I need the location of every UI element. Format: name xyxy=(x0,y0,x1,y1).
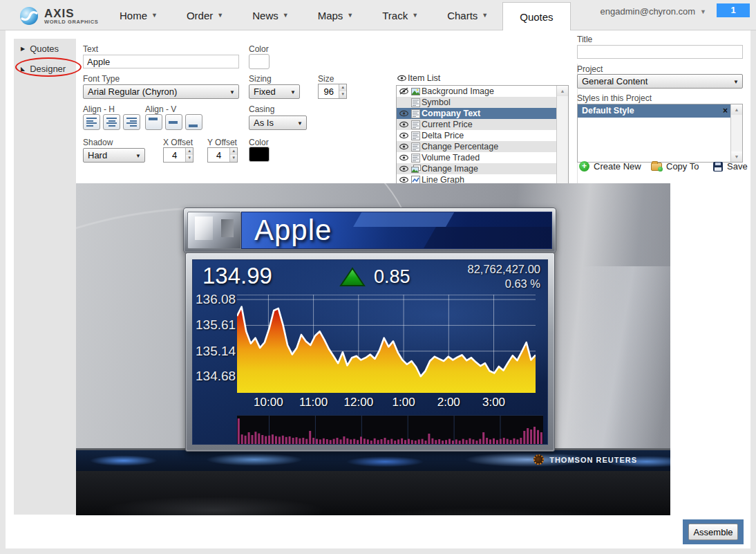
nav-item-news[interactable]: News▼ xyxy=(238,0,303,30)
notification-badge[interactable]: 1 xyxy=(717,3,750,17)
casing-select[interactable]: As Is ▼ xyxy=(249,116,307,130)
nav-item-track[interactable]: Track▼ xyxy=(368,0,433,30)
user-menu[interactable]: engadmin@chyron.com ▼ xyxy=(601,6,706,17)
tab-quotes[interactable]: Quotes xyxy=(502,2,570,30)
item-list-title: Item List xyxy=(408,73,440,83)
text-color-swatch[interactable] xyxy=(249,54,270,69)
item-row-symbol[interactable]: Symbol xyxy=(397,97,556,108)
y-offset-input[interactable] xyxy=(208,148,229,162)
delta-price: 0.85 xyxy=(374,266,410,288)
scroll-up-icon[interactable]: ▲ xyxy=(731,104,742,115)
nav-item-home[interactable]: Home▼ xyxy=(105,0,172,30)
text-item-icon xyxy=(411,109,420,118)
picture-icon xyxy=(411,87,420,96)
sidebar-item-designer[interactable]: ◣ Designer xyxy=(14,59,76,79)
logo-text-axis: AXIS xyxy=(44,8,98,19)
align-right-button[interactable] xyxy=(123,114,140,130)
eye-icon[interactable] xyxy=(399,165,408,172)
title-input[interactable] xyxy=(577,45,743,59)
sizing-select[interactable]: Fixed ▼ xyxy=(249,84,300,99)
eye-icon[interactable] xyxy=(399,110,408,117)
item-row-change-image[interactable]: Change Image xyxy=(397,163,556,174)
item-row-background-image[interactable]: Background Image xyxy=(397,86,556,97)
glass-cube-icon xyxy=(187,212,241,249)
x-offset-input[interactable] xyxy=(164,148,185,162)
item-row-delta-price[interactable]: Delta Price xyxy=(397,130,556,141)
shadow-select[interactable]: Hard ▼ xyxy=(83,148,145,163)
shadow-value: Hard xyxy=(88,150,107,160)
align-v-label: Align - V xyxy=(145,104,176,114)
quote-panel-frame: 134.99 0.85 82,762,427.00 0.63 % xyxy=(185,252,555,452)
item-row-volume-traded[interactable]: Volume Traded xyxy=(397,152,556,163)
eye-icon[interactable] xyxy=(397,75,406,82)
x-tick-label: 10:00 xyxy=(254,396,283,409)
sizing-value: Fixed xyxy=(254,86,276,97)
align-top-button[interactable] xyxy=(145,114,162,130)
item-row-change-percentage[interactable]: Change Percentage xyxy=(397,141,556,152)
align-bottom-button[interactable] xyxy=(185,114,202,130)
save-button[interactable]: Save xyxy=(713,161,748,172)
eye-icon[interactable] xyxy=(399,154,408,161)
close-icon[interactable]: × xyxy=(723,104,728,118)
content-area: ▶ Quotes ◣ Designer Text Color Font Type… xyxy=(6,30,750,548)
text-input[interactable] xyxy=(83,55,239,68)
y-offset-stepper[interactable]: ▲ ▼ xyxy=(207,147,238,163)
sidebar-item-quotes[interactable]: ▶ Quotes xyxy=(14,39,76,59)
align-center-button[interactable] xyxy=(103,114,120,130)
align-middle-button[interactable] xyxy=(165,114,182,130)
style-item-default[interactable]: Default Style × xyxy=(578,104,730,118)
shadow-color-swatch[interactable] xyxy=(249,147,270,162)
chevron-down-icon: ▼ xyxy=(135,153,141,159)
stepper-up-icon[interactable]: ▲ xyxy=(339,84,346,91)
size-stepper[interactable]: ▲ ▼ xyxy=(318,84,347,99)
create-new-button[interactable]: + Create New xyxy=(579,161,641,172)
logo-text-sub: WORLD GRAPHICS xyxy=(44,19,98,25)
volume-traded: 82,762,427.00 xyxy=(467,262,540,277)
text-item-icon xyxy=(411,131,420,140)
align-left-button[interactable] xyxy=(83,114,100,130)
x-tick-label: 2:00 xyxy=(437,396,460,409)
stepper-down-icon[interactable]: ▼ xyxy=(186,155,193,162)
scroll-down-icon[interactable]: ▼ xyxy=(731,151,742,162)
eye-icon xyxy=(396,75,408,82)
item-row-current-price[interactable]: Current Price xyxy=(397,119,556,130)
item-label: Background Image xyxy=(422,86,494,96)
page-border xyxy=(750,0,756,554)
nav-item-maps[interactable]: Maps▼ xyxy=(303,0,368,30)
project-label: Project xyxy=(577,64,603,74)
stepper-down-icon[interactable]: ▼ xyxy=(339,91,346,98)
chevron-down-icon: ▼ xyxy=(412,12,418,19)
casing-label: Casing xyxy=(249,104,274,114)
styles-label: Styles in this Project xyxy=(577,93,652,103)
folder-copy-icon xyxy=(651,163,662,171)
stepper-up-icon[interactable]: ▲ xyxy=(186,148,193,155)
stepper-up-icon[interactable]: ▲ xyxy=(230,148,237,155)
font-type-select[interactable]: Arial Regular (Chyron) ▼ xyxy=(83,84,239,99)
nav-item-charts[interactable]: Charts▼ xyxy=(433,0,502,30)
chevron-down-icon: ▼ xyxy=(151,12,158,19)
save-disk-icon xyxy=(713,162,723,172)
data-attribution: THOMSON REUTERS xyxy=(533,454,637,465)
eye-icon[interactable] xyxy=(399,143,408,150)
x-offset-label: X Offset xyxy=(163,138,193,147)
scroll-up-icon[interactable]: ▲ xyxy=(557,86,568,96)
font-type-label: Font Type xyxy=(83,74,120,84)
eye-icon[interactable] xyxy=(399,176,408,183)
item-row-company-text[interactable]: Company Text xyxy=(397,108,556,119)
quote-panel: 134.99 0.85 82,762,427.00 0.63 % xyxy=(192,259,548,445)
size-input[interactable] xyxy=(319,84,339,98)
assemble-button[interactable]: Assemble xyxy=(688,524,738,540)
styles-scrollbar[interactable]: ▲ ▼ xyxy=(730,104,742,162)
text-item-icon xyxy=(411,154,420,163)
collapsed-arrow-icon: ▶ xyxy=(21,46,25,52)
copy-to-button[interactable]: Copy To xyxy=(651,161,699,172)
nav-item-order[interactable]: Order▼ xyxy=(172,0,238,30)
eye-icon[interactable] xyxy=(399,132,408,139)
x-offset-stepper[interactable]: ▲ ▼ xyxy=(163,147,193,163)
stepper-down-icon[interactable]: ▼ xyxy=(230,155,237,162)
studio-floor: THOMSON REUTERS xyxy=(76,448,670,515)
eye-hidden-icon[interactable] xyxy=(399,88,408,95)
eye-icon[interactable] xyxy=(399,121,408,128)
project-select[interactable]: General Content ▼ xyxy=(577,74,743,89)
floor-reflection xyxy=(104,497,325,515)
